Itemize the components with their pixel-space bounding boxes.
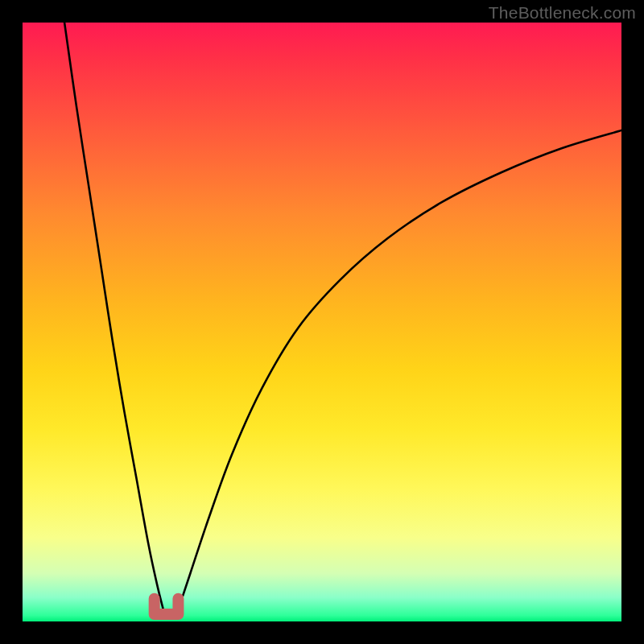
bottleneck-curve-left bbox=[64, 23, 163, 609]
chart-svg bbox=[23, 23, 621, 621]
curve-group bbox=[64, 23, 621, 614]
chart-frame: TheBottleneck.com bbox=[0, 0, 644, 644]
optimal-marker bbox=[155, 599, 179, 614]
plot-area bbox=[23, 23, 621, 621]
bottleneck-curve-right bbox=[178, 130, 621, 609]
watermark-text: TheBottleneck.com bbox=[489, 3, 636, 23]
